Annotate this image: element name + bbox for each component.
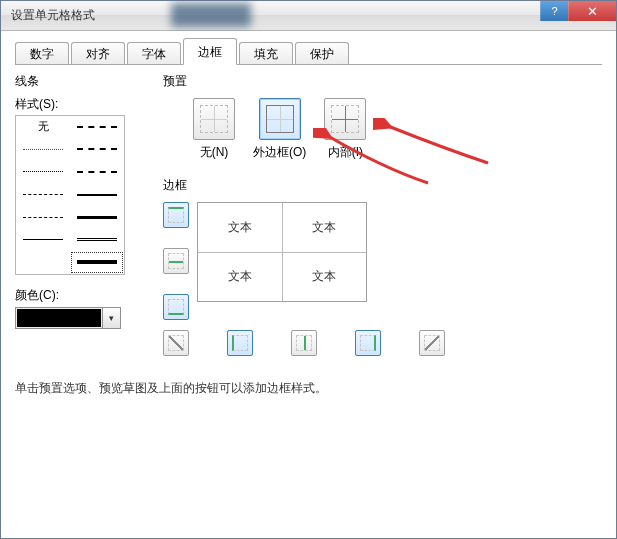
preset-item-outline: 外边框(O) <box>253 98 306 161</box>
line-style-dot[interactable] <box>16 161 70 184</box>
preview-cell: 文本 <box>198 252 282 301</box>
tab-font[interactable]: 字体 <box>127 42 181 64</box>
edge-right-icon <box>360 335 376 351</box>
border-preview[interactable]: 文本 文本 文本 文本 <box>197 202 367 302</box>
titlebar: 设置单元格格式 <box>1 1 616 31</box>
preset-inside-icon <box>331 105 359 133</box>
preset-outline-label: 外边框(O) <box>253 144 306 161</box>
border-area: 文本 文本 文本 文本 <box>163 200 602 320</box>
line-style-thin[interactable] <box>16 229 70 252</box>
preset-outline-button[interactable] <box>259 98 301 140</box>
border-section: 边框 文本 文本 文本 文本 <box>163 177 602 356</box>
line-style-heavy[interactable] <box>70 251 124 274</box>
preset-inside-label: 内部(I) <box>328 144 363 161</box>
dialog-title: 设置单元格格式 <box>11 7 95 24</box>
edge-diag-down-icon <box>168 335 184 351</box>
tab-alignment[interactable]: 对齐 <box>71 42 125 64</box>
line-group-label: 线条 <box>15 73 39 90</box>
preview-cell: 文本 <box>282 252 366 301</box>
line-style-none[interactable]: 无 <box>16 116 70 139</box>
edge-diag-up-icon <box>424 335 440 351</box>
preset-item-none: 无(N) <box>193 98 235 161</box>
edge-hmid-icon <box>168 253 184 269</box>
edge-bottom-button[interactable] <box>163 294 189 320</box>
edge-right-button[interactable] <box>355 330 381 356</box>
border-group-label: 边框 <box>163 178 187 192</box>
hint-text: 单击预置选项、预览草图及上面的按钮可以添加边框样式。 <box>15 380 602 397</box>
edge-buttons-vertical <box>163 202 189 320</box>
window-controls <box>540 1 616 21</box>
preset-none-label: 无(N) <box>200 144 229 161</box>
line-style-list[interactable]: 无 <box>15 115 125 275</box>
line-style-thkdot[interactable] <box>70 116 124 139</box>
dialog-window: 设置单元格格式 数字 对齐 字体 边框 填充 保护 线条 样式(S): <box>0 0 617 539</box>
help-button[interactable] <box>540 1 568 21</box>
line-style-blank[interactable] <box>16 251 70 274</box>
preset-none-button[interactable] <box>193 98 235 140</box>
tab-fill[interactable]: 填充 <box>239 42 293 64</box>
content-area: 线条 样式(S): 无 <box>15 73 602 356</box>
preset-inside-button[interactable] <box>324 98 366 140</box>
line-style-double[interactable] <box>70 229 124 252</box>
dialog-body: 数字 对齐 字体 边框 填充 保护 线条 样式(S): 无 <box>1 31 616 538</box>
line-style-thick[interactable] <box>70 206 124 229</box>
color-dropdown-chevron-icon[interactable] <box>102 308 120 328</box>
edge-left-button[interactable] <box>227 330 253 356</box>
preset-outline-icon <box>266 105 294 133</box>
line-style-dashdot[interactable] <box>16 184 70 207</box>
titlebar-blur-decoration <box>171 3 251 27</box>
tab-number[interactable]: 数字 <box>15 42 69 64</box>
preview-wrap: 文本 文本 文本 文本 <box>197 200 367 320</box>
line-style-ldash[interactable] <box>70 161 124 184</box>
line-style-dash[interactable] <box>16 206 70 229</box>
preset-none-icon <box>200 105 228 133</box>
color-picker[interactable] <box>15 307 121 329</box>
edge-vmid-icon <box>296 335 312 351</box>
line-column: 线条 样式(S): 无 <box>15 73 143 356</box>
line-style-mdash[interactable] <box>70 139 124 162</box>
tab-protection[interactable]: 保护 <box>295 42 349 64</box>
preview-cell: 文本 <box>282 203 366 252</box>
line-style-hair[interactable] <box>16 139 70 162</box>
edge-top-icon <box>168 207 184 223</box>
presets-group-label: 预置 <box>163 73 187 90</box>
tab-border[interactable]: 边框 <box>183 38 237 65</box>
edge-diag-up-button[interactable] <box>419 330 445 356</box>
edge-buttons-horizontal <box>163 330 602 356</box>
right-column: 预置 无(N) 外边框(O) <box>163 73 602 356</box>
style-label: 样式(S): <box>15 97 58 111</box>
preview-cell: 文本 <box>198 203 282 252</box>
edge-top-button[interactable] <box>163 202 189 228</box>
line-style-med[interactable] <box>70 184 124 207</box>
edge-hmid-button[interactable] <box>163 248 189 274</box>
close-button[interactable] <box>568 1 616 21</box>
color-label: 颜色(C): <box>15 287 143 304</box>
edge-diag-down-button[interactable] <box>163 330 189 356</box>
edge-vmid-button[interactable] <box>291 330 317 356</box>
edge-left-icon <box>232 335 248 351</box>
preset-row: 无(N) 外边框(O) 内部(I) <box>193 98 602 161</box>
preset-item-inside: 内部(I) <box>324 98 366 161</box>
edge-bottom-icon <box>168 299 184 315</box>
tab-strip: 数字 对齐 字体 边框 填充 保护 <box>15 39 602 65</box>
color-swatch <box>16 308 102 328</box>
